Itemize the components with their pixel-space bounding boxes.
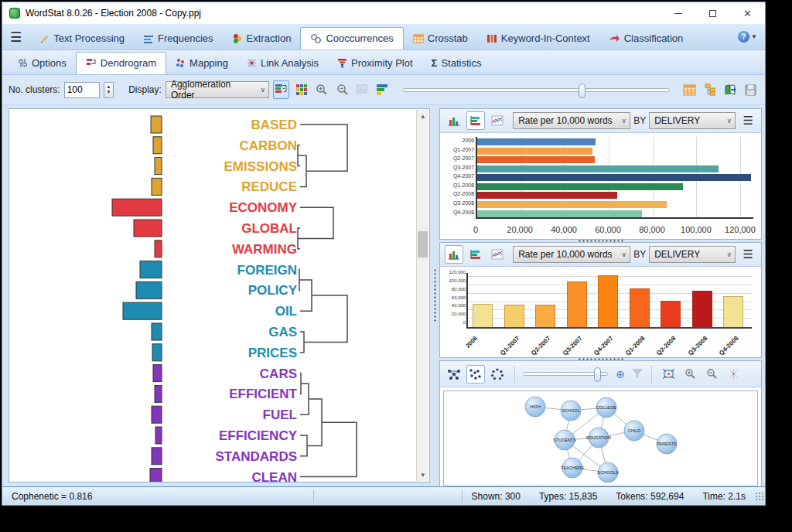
help-button[interactable]: ? ▼ <box>738 31 757 43</box>
grid-view-button[interactable] <box>293 80 309 99</box>
dendrogram-view-button[interactable] <box>273 80 289 99</box>
tab-crosstab[interactable]: Crosstab <box>404 28 477 49</box>
bar-Q4-2007[interactable] <box>598 275 618 327</box>
bar-Q3-2007[interactable] <box>567 281 587 327</box>
chart-menu-icon[interactable]: ☰ <box>743 247 756 261</box>
subtab-link-analysis[interactable]: Link Analysis <box>237 53 328 74</box>
by-variable-select[interactable]: DELIVERY ∨ <box>649 112 736 129</box>
tab-text-processing[interactable]: Text Processing <box>29 28 134 49</box>
slider-thumb[interactable] <box>594 367 601 382</box>
circular-layout-button[interactable] <box>488 365 507 384</box>
dendrogram-word[interactable]: EFFICIENT <box>229 387 297 401</box>
dendrogram-word[interactable]: PRICES <box>248 346 297 360</box>
scroll-up-icon[interactable]: ▲ <box>417 110 428 122</box>
scroll-down-icon[interactable]: ▼ <box>417 469 428 481</box>
dendrogram-word[interactable]: EMISSIONS <box>224 159 297 174</box>
zoom-out-button[interactable] <box>703 365 722 384</box>
slider-thumb[interactable] <box>579 84 585 98</box>
dendrogram-word[interactable]: CARS <box>260 367 297 381</box>
network-node-COLLEGE[interactable]: COLLEGE <box>596 397 616 418</box>
dendrogram-word[interactable]: ECONOMY <box>229 200 298 215</box>
dendrogram-word[interactable]: EFFICIENCY <box>219 428 298 443</box>
subtab-dendrogram[interactable]: Dendrogram <box>76 52 166 74</box>
resize-grip[interactable] <box>755 492 763 501</box>
tab-extraction[interactable]: Extraction <box>223 28 301 49</box>
bar-Q3-2007[interactable]: Q3-2007 <box>477 165 719 172</box>
tab-classification[interactable]: Classification <box>599 28 693 49</box>
network-node-CHILD[interactable]: CHILD <box>624 421 644 441</box>
dendrogram-word[interactable]: FUEL <box>263 408 297 422</box>
export-button[interactable] <box>722 80 738 99</box>
force-layout-button[interactable] <box>445 365 463 384</box>
network-node-STUDENTS[interactable]: STUDENTS <box>553 430 576 450</box>
line-chart-view-button[interactable] <box>488 111 507 130</box>
tab-cooccurrences[interactable]: Cooccurrences <box>300 27 403 49</box>
table-button[interactable] <box>681 80 698 99</box>
copy-image-button[interactable] <box>354 80 370 99</box>
sort-button[interactable] <box>374 80 391 99</box>
filter-icon[interactable] <box>631 368 644 380</box>
reset-layout-button[interactable] <box>725 365 743 384</box>
network-node-HIGH[interactable]: HIGH <box>525 397 545 417</box>
chart-menu-icon[interactable]: ☰ <box>743 114 756 128</box>
bar-Q2-2008[interactable]: Q2-2008 <box>477 192 617 199</box>
horizontal-bars-view-button[interactable] <box>466 245 485 264</box>
dendrogram-word[interactable]: STANDARDS <box>216 449 297 464</box>
bar-Q1-2008[interactable]: Q1-2008 <box>477 183 683 190</box>
network-node-SCHOOLS[interactable]: SCHOOLS <box>598 462 619 483</box>
clusters-input[interactable] <box>64 82 100 98</box>
dendrogram-word[interactable]: CARBON <box>239 138 297 153</box>
bar-Q3-2008[interactable] <box>692 291 712 327</box>
close-button[interactable]: ✕ <box>730 2 765 24</box>
dendrogram-word[interactable]: BASED <box>251 118 297 132</box>
scrollbar-thumb[interactable] <box>418 231 428 257</box>
bar-2006[interactable] <box>473 304 493 327</box>
dendrogram-word[interactable]: REDUCE <box>241 179 297 194</box>
network-node-SCHOOL[interactable]: SCHOOL <box>561 401 581 421</box>
clusters-stepper[interactable]: ▲▼ <box>104 82 114 98</box>
bar-Q3-2008[interactable]: Q3-2008 <box>477 201 667 208</box>
vertical-splitter[interactable] <box>430 108 439 483</box>
mds-layout-button[interactable] <box>466 365 485 384</box>
bar-Q2-2008[interactable] <box>661 301 681 327</box>
zoom-out-button[interactable] <box>334 80 350 99</box>
subtab-proximity-plot[interactable]: Proximity Plot <box>328 53 422 74</box>
tree-button[interactable] <box>702 80 718 99</box>
network-node-PARENTS[interactable]: PARENTS <box>657 434 677 454</box>
bar-2006[interactable]: 2006 <box>477 138 596 145</box>
subtab-mapping[interactable]: Mapping <box>166 53 237 74</box>
subtab-options[interactable]: Options <box>9 53 76 74</box>
vertical-bars-view-button[interactable] <box>445 111 463 130</box>
bar-Q2-2007[interactable]: Q2-2007 <box>477 156 595 163</box>
maximize-button[interactable] <box>695 2 730 24</box>
dendrogram-word[interactable]: POLICY <box>248 283 298 298</box>
horizontal-bars-view-button[interactable] <box>466 111 485 130</box>
line-chart-view-button[interactable] <box>488 245 507 264</box>
bar-Q4-2007[interactable]: Q4-2007 <box>477 174 751 181</box>
save-button[interactable] <box>742 80 759 99</box>
dendrogram-word[interactable]: GLOBAL <box>241 221 297 236</box>
expand-icon[interactable]: ⊕ <box>616 368 625 380</box>
network-node-EDUCATION[interactable]: EDUCATION <box>586 428 611 448</box>
dendrogram-word[interactable]: CLEAN <box>251 470 297 482</box>
bar-Q4-2008[interactable] <box>723 296 743 327</box>
display-order-select[interactable]: Agglomeration Order ∨ <box>166 81 269 98</box>
dendrogram-size-slider[interactable] <box>403 88 670 92</box>
by-variable-select[interactable]: DELIVERY ∨ <box>649 246 736 263</box>
bar-Q4-2008[interactable]: Q4-2008 <box>477 210 641 217</box>
subtab-statistics[interactable]: Σ Statistics <box>422 53 491 74</box>
tab-keyword-in-context[interactable]: Keyword-In-Context <box>477 28 599 49</box>
measure-select[interactable]: Rate per 10,000 words ∨ <box>513 112 630 129</box>
measure-select[interactable]: Rate per 10,000 words ∨ <box>513 246 630 263</box>
bar-Q2-2007[interactable] <box>535 305 555 327</box>
network-threshold-slider[interactable] <box>523 372 608 376</box>
tab-frequencies[interactable]: Frequencies <box>134 28 223 49</box>
dendrogram-word[interactable]: FOREIGN <box>237 263 297 278</box>
dendrogram-scrollbar[interactable]: ▲ ▼ <box>416 110 428 481</box>
vertical-bars-view-button[interactable] <box>445 245 463 264</box>
minimize-button[interactable] <box>661 2 695 24</box>
menu-icon[interactable]: ☰ <box>5 29 29 49</box>
dendrogram-word[interactable]: OIL <box>275 304 297 319</box>
zoom-in-button[interactable] <box>314 80 330 99</box>
network-node-TEACHERS[interactable]: TEACHERS <box>561 458 584 478</box>
